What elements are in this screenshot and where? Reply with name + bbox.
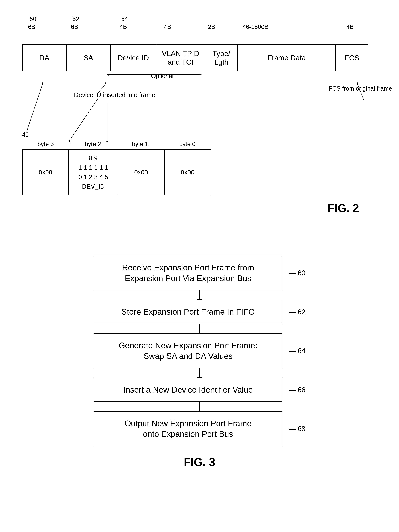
flow-ref-68: — 68 bbox=[289, 425, 305, 433]
svg-line-9 bbox=[69, 99, 98, 141]
byte-labels: byte 3 byte 2 byte 1 byte 0 bbox=[22, 141, 211, 147]
svg-marker-4 bbox=[42, 82, 44, 84]
svg-marker-6 bbox=[105, 82, 107, 84]
col-vlan: VLAN TPID and TCI bbox=[156, 44, 205, 71]
ref-52: 52 bbox=[72, 16, 79, 23]
fig3-area: Receive Expansion Port Frame fromExpansi… bbox=[13, 255, 386, 469]
fig2-container: 50 6B 52 6B 54 4B 4B 2B 46-1500B 4B DA bbox=[13, 16, 391, 215]
svg-marker-12 bbox=[356, 82, 358, 84]
fcs-arrow-svg bbox=[348, 81, 380, 112]
byte1-val: 0x00 bbox=[118, 149, 165, 195]
svg-line-11 bbox=[357, 84, 364, 100]
fig2-label: FIG. 2 bbox=[13, 202, 359, 215]
flow-step-60: Receive Expansion Port Frame fromExpansi… bbox=[94, 255, 305, 290]
frame-table: DA SA Device ID VLAN TPID and TCI Type/ … bbox=[22, 44, 368, 71]
arrow-3 bbox=[199, 368, 200, 378]
arrow-4 bbox=[199, 402, 200, 412]
arrow-1 bbox=[199, 290, 200, 300]
flow-ref-66: — 66 bbox=[289, 386, 305, 394]
byte0-val: 0x00 bbox=[165, 149, 211, 195]
size-54: 4B bbox=[120, 24, 127, 30]
frame-table-wrap: DA SA Device ID VLAN TPID and TCI Type/ … bbox=[22, 44, 391, 71]
size-fcs: 4B bbox=[346, 24, 354, 30]
flow-step-68: Output New Expansion Port Frameonto Expa… bbox=[94, 412, 305, 446]
flow-box-64: Generate New Expansion Port Frame:Swap S… bbox=[94, 334, 283, 368]
byte2-label: byte 2 bbox=[69, 141, 116, 147]
flow-box-68: Output New Expansion Port Frameonto Expa… bbox=[94, 412, 283, 446]
size-type: 2B bbox=[208, 24, 215, 30]
page: 50 6B 52 6B 54 4B 4B 2B 46-1500B 4B DA bbox=[0, 0, 399, 532]
col-device-id: Device ID bbox=[110, 44, 156, 71]
fig2-area: 50 6B 52 6B 54 4B 4B 2B 46-1500B 4B DA bbox=[13, 16, 386, 215]
fig3-label: FIG. 3 bbox=[184, 456, 215, 469]
col-da: DA bbox=[22, 44, 66, 71]
ref-54: 54 bbox=[121, 16, 128, 23]
svg-line-5 bbox=[98, 84, 106, 94]
flow-ref-62: — 62 bbox=[289, 308, 305, 316]
svg-line-3 bbox=[27, 84, 43, 131]
arrow-2 bbox=[199, 324, 200, 334]
flow-box-60: Receive Expansion Port Frame fromExpansi… bbox=[94, 255, 283, 290]
flow-ref-60: — 60 bbox=[289, 269, 305, 277]
byte1-label: byte 1 bbox=[116, 141, 164, 147]
col-type: Type/ Lgth bbox=[205, 44, 238, 71]
svg-marker-2 bbox=[107, 74, 109, 76]
size-vlan: 4B bbox=[164, 24, 171, 30]
svg-marker-1 bbox=[200, 74, 202, 76]
size-52: 6B bbox=[71, 24, 78, 30]
byte3-val: 0x00 bbox=[22, 149, 69, 195]
col-data: Frame Data bbox=[238, 44, 336, 71]
flow-box-62: Store Expansion Port Frame In FIFO bbox=[94, 300, 283, 324]
byte-detail-wrap: byte 3 byte 2 byte 1 byte 0 0x00 8 9 1 1… bbox=[22, 141, 391, 195]
ref-50: 50 bbox=[30, 16, 36, 23]
flow-step-64: Generate New Expansion Port Frame:Swap S… bbox=[94, 334, 305, 368]
size-data: 46-1500B bbox=[242, 24, 268, 30]
flow-step-66: Insert a New Device Identifier Value — 6… bbox=[94, 378, 305, 402]
flow-step-62: Store Expansion Port Frame In FIFO — 62 bbox=[94, 300, 305, 324]
byte-table: 0x00 8 9 1 1 1 1 1 1 0 1 2 3 4 5 DEV_ID … bbox=[22, 149, 211, 195]
col-sa: SA bbox=[66, 44, 110, 71]
byte3-label: byte 3 bbox=[22, 141, 69, 147]
flow-box-66: Insert a New Device Identifier Value bbox=[94, 378, 283, 402]
optional-arrow-svg bbox=[107, 71, 202, 78]
byte2-val: 8 9 1 1 1 1 1 1 0 1 2 3 4 5 DEV_ID bbox=[69, 149, 118, 195]
size-50: 6B bbox=[28, 24, 35, 30]
col-fcs: FCS bbox=[336, 44, 368, 71]
flowchart: Receive Expansion Port Frame fromExpansi… bbox=[94, 255, 305, 446]
byte0-label: byte 0 bbox=[164, 141, 211, 147]
flow-ref-64: — 64 bbox=[289, 347, 305, 355]
